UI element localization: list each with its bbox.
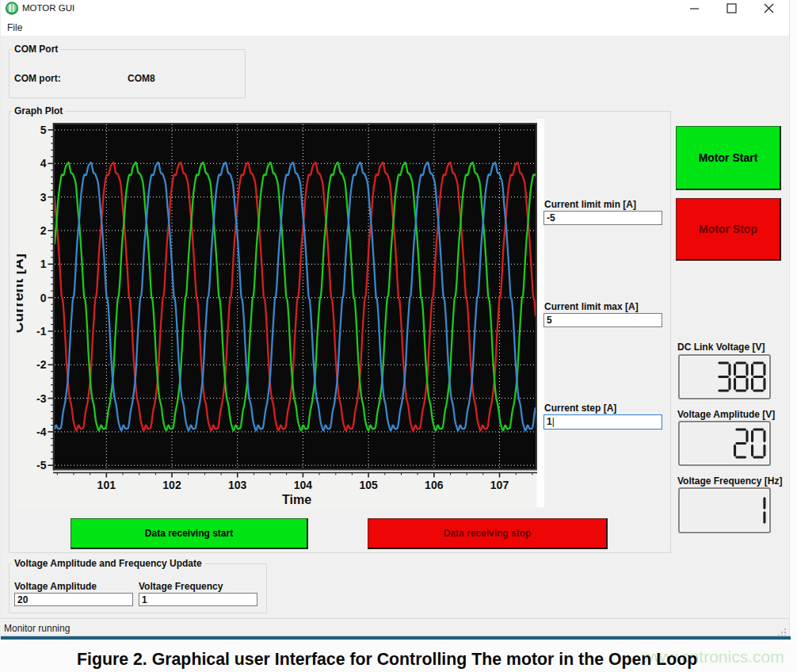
svg-text:1: 1	[40, 258, 47, 270]
svg-text:2: 2	[40, 224, 47, 237]
svg-text:101: 101	[97, 479, 116, 491]
svg-text:Time: Time	[282, 493, 311, 506]
svg-text:Current [A]: Current [A]	[17, 254, 26, 333]
svg-text:-4: -4	[36, 426, 47, 438]
svg-text:4: 4	[40, 157, 47, 170]
svg-text:-2: -2	[36, 358, 47, 371]
svg-text:106: 106	[425, 479, 444, 491]
svg-text:-3: -3	[36, 392, 47, 405]
svg-text:5: 5	[40, 124, 47, 136]
svg-text:104: 104	[294, 479, 313, 491]
svg-text:107: 107	[490, 479, 509, 491]
svg-text:103: 103	[228, 479, 247, 491]
svg-text:0: 0	[40, 292, 47, 304]
svg-text:3: 3	[40, 191, 47, 204]
svg-text:105: 105	[359, 479, 378, 491]
svg-text:-1: -1	[36, 325, 47, 338]
svg-text:102: 102	[162, 479, 181, 491]
svg-text:-5: -5	[36, 459, 47, 472]
